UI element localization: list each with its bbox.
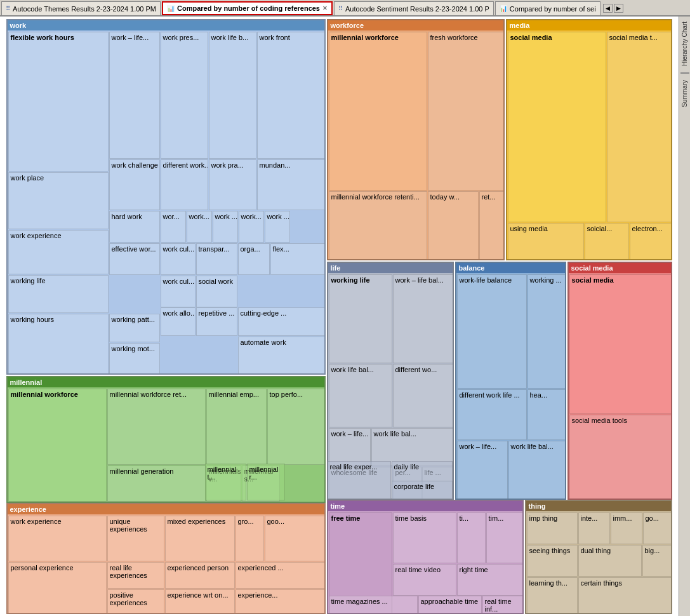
med-item-social[interactable]: social media: [508, 32, 606, 222]
tim-item-approachable[interactable]: approachable time: [418, 596, 482, 614]
med-item-using[interactable]: using media: [508, 223, 584, 260]
work-item-wor5[interactable]: work ...: [265, 211, 290, 243]
bal-item-working[interactable]: working ...: [527, 274, 566, 389]
life-item-wlbal[interactable]: work – life bal...: [393, 274, 454, 363]
thi-item-imp[interactable]: imp thing: [527, 512, 578, 544]
exp-item-dots[interactable]: experience...: [236, 589, 326, 614]
mil-item-t[interactable]: millennial t...: [205, 464, 246, 500]
work-item-hard[interactable]: hard work: [109, 211, 160, 243]
work-item-flexible[interactable]: flexible work hours: [8, 32, 109, 171]
tab-prev[interactable]: ◀: [603, 4, 613, 13]
tab-themes[interactable]: ⠿ Autocode Themes Results 2-23-2024 1.00…: [1, 1, 161, 15]
work-item-workplace[interactable]: work place: [8, 172, 109, 229]
thi-item-certain[interactable]: certain things: [578, 577, 672, 614]
tim-item-right[interactable]: right time: [457, 564, 524, 596]
work-item-working-hours[interactable]: working hours: [8, 314, 109, 374]
wf-item-ret[interactable]: ret...: [479, 191, 505, 260]
work-item-flex[interactable]: flex...: [270, 243, 326, 275]
mil-item-emp[interactable]: millennial emp...: [206, 389, 267, 465]
work-item-social[interactable]: social work: [196, 276, 237, 307]
summary-label[interactable]: Summary: [680, 77, 689, 110]
work-item-effective[interactable]: effective wor...: [109, 243, 160, 275]
bal-item-wlb2[interactable]: work life bal...: [508, 441, 566, 500]
thi-item-imm[interactable]: imm...: [611, 512, 642, 544]
life-item-different[interactable]: different wo...: [393, 364, 454, 427]
mil-item-top[interactable]: top perfo...: [267, 389, 326, 465]
bal-item-diff-wl[interactable]: different work life ...: [457, 389, 527, 440]
wf-item-millennial[interactable]: millennial workforce: [329, 32, 427, 191]
exp-item-positive[interactable]: positive experiences: [107, 589, 164, 614]
work-item-different[interactable]: different work...: [161, 159, 208, 210]
tim-item-tim[interactable]: tim...: [486, 512, 524, 563]
tab-sei[interactable]: 📊 Compared by number of sei: [495, 1, 600, 15]
work-item-orga[interactable]: orga...: [238, 243, 270, 275]
tab-next[interactable]: ▶: [614, 4, 623, 13]
life-item-working[interactable]: working life: [329, 274, 392, 363]
hierarchy-chart-label[interactable]: Hierarchy Chart: [680, 19, 689, 69]
wf-item-today[interactable]: today w...: [428, 191, 479, 260]
work-item-wor3[interactable]: work ...: [213, 211, 238, 243]
life-item-wlbal2[interactable]: work life bal...: [329, 364, 392, 427]
work-item-3[interactable]: work pres...: [161, 32, 208, 159]
mil-item-r[interactable]: millennial r...: [247, 464, 285, 500]
exp-item-work[interactable]: work experience: [8, 516, 107, 561]
soc-item-main[interactable]: social media: [569, 274, 672, 414]
work-item-cul2[interactable]: work cul...: [161, 276, 196, 307]
exp-item-goo[interactable]: goo...: [265, 516, 326, 561]
work-item-transpar[interactable]: transpar...: [196, 243, 237, 275]
exp-item-wrt[interactable]: experience wrt on...: [165, 589, 235, 614]
exp-item-person[interactable]: experienced person: [165, 562, 235, 589]
work-item-cul1[interactable]: work cul...: [161, 243, 196, 275]
work-item-cutting[interactable]: cutting-edge ...: [238, 307, 326, 336]
work-item-mot[interactable]: working mot...: [109, 343, 160, 374]
work-item-challenge[interactable]: work challenge: [109, 159, 160, 210]
exp-item-unique[interactable]: unique experiences: [107, 516, 164, 561]
work-item-2[interactable]: work – life...: [109, 32, 160, 159]
life-item-wl3[interactable]: work – life...: [329, 428, 371, 466]
work-item-5[interactable]: work front: [257, 32, 326, 159]
tim-item-basis[interactable]: time basis: [393, 512, 456, 563]
bal-item-hea[interactable]: hea...: [527, 389, 566, 440]
exp-item-personal[interactable]: personal experience: [8, 562, 107, 614]
med-item-soicial[interactable]: soicial...: [585, 223, 629, 260]
exp-item-mixed[interactable]: mixed experiences: [165, 516, 235, 561]
bal-item-wlb[interactable]: work-life balance: [457, 274, 527, 389]
tim-item-ti[interactable]: ti...: [457, 512, 486, 563]
mil-item-ret[interactable]: millennial workforce ret...: [107, 389, 206, 465]
med-item-social-t[interactable]: social media t...: [607, 32, 672, 222]
work-item-automate[interactable]: automate work: [238, 337, 326, 374]
work-item-4[interactable]: work life b...: [209, 32, 256, 159]
wf-item-fresh[interactable]: fresh workforce: [428, 32, 505, 191]
tim-item-rtv[interactable]: real time video: [393, 564, 456, 596]
exp-item-gro[interactable]: gro...: [236, 516, 264, 561]
work-item-patt[interactable]: working patt...: [109, 314, 160, 342]
thi-item-dual[interactable]: dual thing: [578, 545, 642, 577]
tim-item-magazines[interactable]: time magazines ...: [329, 596, 418, 614]
work-item-wor2[interactable]: work...: [187, 211, 212, 243]
thi-item-seeing[interactable]: seeing things: [527, 545, 578, 577]
mil-item-gen[interactable]: millennial generation: [107, 465, 206, 502]
tab-sentiment[interactable]: ⠿ Autocode Sentiment Results 2-23-2024 1…: [334, 1, 494, 15]
exp-item-real[interactable]: real life experiences: [107, 562, 164, 589]
work-item-allo[interactable]: work allo...: [161, 307, 196, 336]
thi-item-big[interactable]: big...: [642, 545, 672, 577]
tim-item-rtinf[interactable]: real time inf...: [482, 596, 524, 614]
bal-item-wl3[interactable]: work – life...: [457, 441, 508, 500]
exp-item-exp[interactable]: experienced ...: [236, 562, 326, 589]
thi-item-go[interactable]: go...: [643, 512, 672, 544]
wf-item-retention[interactable]: millennial workforce retenti...: [329, 191, 427, 260]
work-item-pra[interactable]: work pra...: [209, 159, 256, 210]
thi-item-inte[interactable]: inte...: [578, 512, 610, 544]
work-item-working-life[interactable]: working life: [8, 275, 109, 313]
work-item-experience[interactable]: work experience: [8, 230, 109, 274]
life-item-wlbal3[interactable]: work life bal...: [371, 428, 454, 466]
work-item-repetitive[interactable]: repetitive ...: [196, 307, 237, 336]
tab-coding[interactable]: 📊 Compared by number of coding reference…: [162, 1, 333, 15]
tab-close-coding[interactable]: ✕: [322, 5, 328, 11]
med-item-electron[interactable]: electron...: [630, 223, 672, 260]
life-ext-real[interactable]: real life exper...: [328, 461, 391, 499]
work-item-wor4[interactable]: work...: [239, 211, 264, 243]
work-item-mundan[interactable]: mundan...: [257, 159, 326, 210]
thi-item-learning[interactable]: learning th...: [527, 577, 578, 614]
mil-item-wf[interactable]: millennial workforce: [8, 389, 107, 502]
